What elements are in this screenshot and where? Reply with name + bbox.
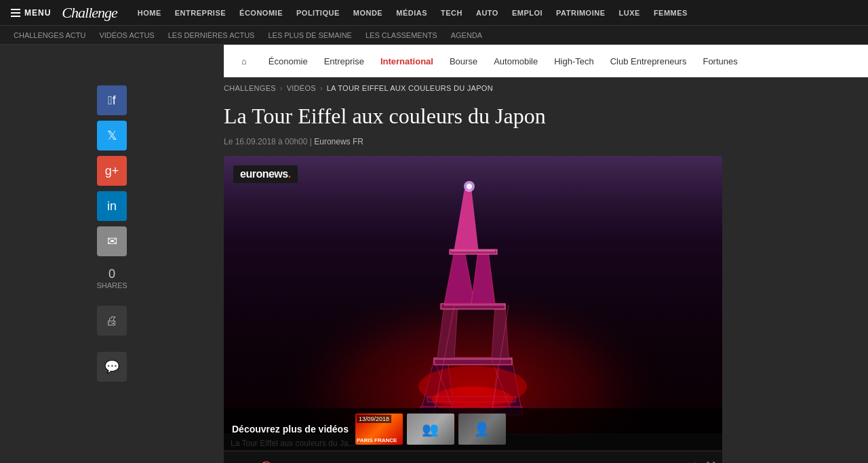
- thumbnail-item-3[interactable]: 👤: [458, 414, 506, 445]
- main-nav-list: HOME ENTREPRISE ÉCONOMIE POLITIQUE MONDE…: [138, 7, 688, 18]
- eiffel-tower-image: [224, 156, 722, 434]
- article-title: La Tour Eiffel aux couleurs du Japon: [224, 98, 868, 129]
- thumb-people-icon: 👥: [422, 421, 439, 437]
- category-international[interactable]: International: [374, 54, 440, 69]
- nav-item-tech[interactable]: TECH: [441, 7, 462, 18]
- nav-item-economie[interactable]: ÉCONOMIE: [239, 7, 283, 18]
- thumbnail-item-2[interactable]: 👥: [407, 414, 454, 445]
- svg-point-9: [467, 184, 472, 189]
- video-thumbnail: euronews.: [224, 156, 722, 434]
- site-logo[interactable]: Challenge: [62, 4, 117, 22]
- twitter-share-button[interactable]: 𝕏: [97, 121, 127, 150]
- thumb-date: 13/09/2018: [357, 415, 391, 423]
- nav-item-monde[interactable]: MONDE: [353, 7, 382, 18]
- svg-rect-6: [441, 304, 505, 309]
- email-share-button[interactable]: ✉: [97, 226, 127, 256]
- breadcrumb-videos[interactable]: VIDÉOS: [287, 84, 316, 92]
- discover-videos-text: Découvrez plus de vidéos: [232, 424, 349, 435]
- video-controls: ▶ 🔇 0:02 / 0:50 ⬆ ⛶: [224, 452, 722, 463]
- article-area: CHALLENGES › VIDÉOS › LA TOUR EIFFEL AUX…: [224, 77, 868, 463]
- menu-button[interactable]: MENU: [11, 8, 51, 18]
- nav-item-entreprise[interactable]: ENTREPRISE: [175, 7, 226, 18]
- subnav-item-4[interactable]: LES CLASSEMENTS: [366, 31, 437, 39]
- nav-item-home[interactable]: HOME: [138, 7, 161, 18]
- linkedin-share-button[interactable]: in: [97, 191, 127, 221]
- google-share-button[interactable]: g+: [97, 156, 127, 186]
- article-source: Euronews FR: [314, 137, 363, 146]
- article-date: Le 16.09.2018 à 00h00 |: [224, 137, 314, 146]
- thumb-location: PARIS FRANCE: [357, 437, 397, 443]
- shares-label: SHARES: [96, 281, 127, 289]
- subnav-item-0[interactable]: CHALLENGES ACTU: [14, 31, 85, 39]
- category-club[interactable]: Club Entrepreneurs: [604, 54, 694, 69]
- category-automobile[interactable]: Automobile: [487, 54, 545, 69]
- facebook-share-button[interactable]: f: [97, 85, 127, 115]
- video-player: euronews. Découvrez plus de vidéos 13/09…: [224, 156, 722, 463]
- hamburger-icon: [11, 9, 20, 17]
- breadcrumb-sep-2: ›: [320, 85, 323, 92]
- home-category-link[interactable]: ⌂: [235, 54, 254, 69]
- breadcrumb-challenges[interactable]: CHALLENGES: [224, 84, 276, 92]
- nav-item-auto[interactable]: AUTO: [476, 7, 498, 18]
- main-content: ⌂ Économie Entreprise International Bour…: [224, 45, 868, 463]
- category-economie[interactable]: Économie: [262, 54, 315, 69]
- euronews-logo: euronews.: [233, 165, 298, 183]
- nav-item-patrimoine[interactable]: PATRIMOINE: [556, 7, 605, 18]
- subnav-item-2[interactable]: LES DERNIÈRES ACTUS: [168, 31, 255, 39]
- svg-rect-7: [450, 249, 497, 254]
- nav-item-medias[interactable]: MÉDIAS: [396, 7, 427, 18]
- top-navigation: MENU Challenge HOME ENTREPRISE ÉCONOMIE …: [0, 0, 868, 26]
- subnav-item-3[interactable]: LES PLUS DE SEMAINE: [268, 31, 352, 39]
- subnav-item-1[interactable]: VIDÉOS ACTUS: [99, 31, 154, 39]
- menu-label: MENU: [24, 8, 51, 18]
- print-button[interactable]: 🖨: [97, 306, 127, 336]
- thumbnail-strip: 13/09/2018 PARIS FRANCE 👥 👤: [355, 414, 506, 445]
- category-fortunes[interactable]: Fortunes: [696, 54, 744, 69]
- thumb-person-icon: 👤: [473, 421, 490, 437]
- thumbnail-item-1[interactable]: 13/09/2018 PARIS FRANCE: [355, 414, 403, 445]
- sidebar: f 𝕏 g+ in ✉ 0 SHARES 🖨 💬: [0, 45, 224, 463]
- breadcrumb-current: LA TOUR EIFFEL AUX COULEURS DU JAPON: [327, 84, 493, 92]
- breadcrumb: CHALLENGES › VIDÉOS › LA TOUR EIFFEL AUX…: [224, 77, 868, 98]
- video-overlay: Découvrez plus de vidéos 13/09/2018 PARI…: [224, 408, 722, 450]
- page-layout: f 𝕏 g+ in ✉ 0 SHARES 🖨 💬 ⌂ Économie Ent…: [0, 45, 868, 463]
- nav-item-politique[interactable]: POLITIQUE: [296, 7, 340, 18]
- shares-number: 0: [96, 267, 127, 281]
- nav-item-femmes[interactable]: FEMMES: [654, 7, 688, 18]
- play-pause-button[interactable]: ▶: [231, 457, 250, 463]
- sub-navigation: CHALLENGES ACTU VIDÉOS ACTUS LES DERNIÈR…: [0, 26, 868, 45]
- breadcrumb-sep-1: ›: [280, 85, 283, 92]
- category-hightech[interactable]: High-Tech: [547, 54, 601, 69]
- mute-button[interactable]: 🔇: [256, 457, 275, 463]
- category-entreprise[interactable]: Entreprise: [317, 54, 371, 69]
- nav-item-emploi[interactable]: EMPLOI: [512, 7, 542, 18]
- category-bourse[interactable]: Bourse: [443, 54, 484, 69]
- article-meta: Le 16.09.2018 à 00h00 | Euronews FR: [224, 137, 868, 146]
- nav-item-luxe[interactable]: LUXE: [619, 7, 640, 18]
- subnav-item-5[interactable]: AGENDA: [451, 31, 482, 39]
- category-navigation: ⌂ Économie Entreprise International Bour…: [224, 45, 868, 77]
- shares-count: 0 SHARES: [96, 267, 127, 289]
- comment-button[interactable]: 💬: [97, 352, 127, 382]
